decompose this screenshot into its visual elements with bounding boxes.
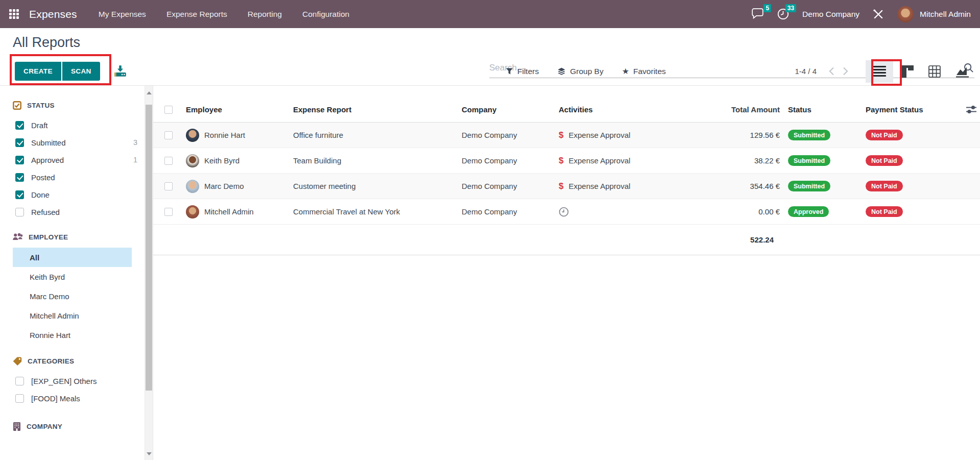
- employee-filter-keith-byrd[interactable]: Keith Byrd: [13, 267, 132, 286]
- activity-label: Expense Approval: [568, 131, 630, 139]
- activity-clock-icon[interactable]: [559, 207, 569, 217]
- status-filter-posted[interactable]: Posted: [0, 168, 145, 186]
- row-checkbox[interactable]: [164, 182, 173, 190]
- apps-grid-icon[interactable]: [9, 9, 19, 19]
- filters-button[interactable]: Filters: [506, 67, 539, 76]
- create-button[interactable]: CREATE: [15, 62, 61, 81]
- group-by-button[interactable]: Group By: [557, 67, 603, 76]
- checkbox-unchecked-icon[interactable]: [15, 394, 24, 403]
- checkbox-checked-icon[interactable]: [15, 173, 24, 182]
- menu-configuration[interactable]: Configuration: [302, 10, 349, 19]
- checkbox-unchecked-icon[interactable]: [15, 208, 24, 216]
- status-badge: Submitted: [788, 181, 830, 191]
- employee-section-header: EMPLOYEE: [0, 233, 145, 241]
- menu-my-expenses[interactable]: My Expenses: [99, 10, 146, 19]
- status-count: 1: [133, 156, 137, 164]
- export-button[interactable]: [113, 65, 127, 78]
- status-checkbox-icon: [13, 101, 21, 110]
- total-amount: 129.56 €: [712, 131, 781, 139]
- column-settings-button[interactable]: [965, 105, 980, 114]
- employee-filter-all[interactable]: All: [13, 248, 132, 267]
- filter-sidebar: STATUS Draft Submitted 3 Approved 1: [0, 86, 145, 460]
- employee-filter-marc-demo[interactable]: Marc Demo: [13, 286, 132, 306]
- kanban-view-icon: [901, 65, 914, 78]
- row-checkbox[interactable]: [164, 131, 173, 139]
- scroll-down-arrow[interactable]: [145, 450, 153, 458]
- status-badge: Submitted: [788, 155, 830, 166]
- employee-filter-mitchell-admin[interactable]: Mitchell Admin: [13, 306, 132, 325]
- company-switcher[interactable]: Demo Company: [802, 10, 859, 19]
- app-name[interactable]: Expenses: [29, 8, 77, 20]
- scroll-up-arrow[interactable]: [145, 89, 153, 97]
- company-name: Demo Company: [462, 182, 554, 190]
- status-badge: Submitted: [788, 130, 830, 140]
- status-filter-submitted[interactable]: Submitted 3: [0, 134, 145, 151]
- user-avatar[interactable]: [897, 6, 914, 22]
- col-status[interactable]: Status: [781, 105, 863, 114]
- status-filter-done[interactable]: Done: [0, 186, 145, 203]
- employee-filter-ronnie-hart[interactable]: Ronnie Hart: [13, 325, 132, 345]
- expenses-app-window: Expenses My Expenses Expense Reports Rep…: [0, 0, 980, 460]
- activity-dollar-icon[interactable]: $: [559, 130, 563, 140]
- col-total-amount[interactable]: Total Amount: [712, 105, 781, 114]
- activity-dollar-icon[interactable]: $: [559, 181, 563, 191]
- developer-tools-button[interactable]: [873, 9, 884, 20]
- scrollbar-thumb[interactable]: [146, 105, 152, 391]
- checkbox-unchecked-icon[interactable]: [15, 377, 24, 385]
- checkbox-checked-icon[interactable]: [15, 138, 24, 147]
- total-amount: 354.46 €: [712, 182, 781, 190]
- messages-count-badge: 5: [763, 4, 771, 12]
- status-filter-draft[interactable]: Draft: [0, 116, 145, 134]
- employee-section: EMPLOYEE All Keith Byrd Marc Demo Mitche…: [0, 233, 145, 345]
- favorites-button[interactable]: ★ Favorites: [622, 66, 666, 76]
- table-row[interactable]: Mitchell Admin Commercial Travel at New …: [153, 199, 980, 225]
- col-employee[interactable]: Employee: [186, 105, 293, 114]
- tools-icon: [873, 9, 884, 20]
- messages-button[interactable]: 5: [751, 8, 764, 20]
- col-payment-status[interactable]: Payment Status: [863, 105, 965, 114]
- status-filter-approved[interactable]: Approved 1: [0, 151, 145, 168]
- col-activities[interactable]: Activities: [554, 105, 712, 114]
- report-name: Team Building: [293, 156, 462, 165]
- scan-button[interactable]: SCAN: [62, 62, 100, 81]
- avatar: [186, 154, 199, 167]
- checkbox-checked-icon[interactable]: [15, 190, 24, 199]
- table-row[interactable]: Keith Byrd Team Building Demo Company $E…: [153, 148, 980, 174]
- favorites-star-icon: ★: [622, 66, 629, 76]
- status-filter-refused[interactable]: Refused: [0, 203, 145, 221]
- menu-reporting[interactable]: Reporting: [248, 10, 282, 19]
- employee-name: Mitchell Admin: [204, 207, 254, 216]
- activities-count-badge: 33: [785, 4, 796, 12]
- col-expense-report[interactable]: Expense Report: [293, 105, 462, 114]
- company-name: Demo Company: [462, 207, 554, 216]
- export-icon: [113, 65, 127, 78]
- checkbox-checked-icon[interactable]: [15, 121, 24, 130]
- group-by-layers-icon: [557, 67, 566, 76]
- category-filter-exp-gen-others[interactable]: [EXP_GEN] Others: [0, 372, 145, 390]
- activities-button[interactable]: 33: [777, 8, 789, 20]
- kanban-view-button[interactable]: [893, 60, 921, 83]
- table-header-row: Employee Expense Report Company Activiti…: [153, 97, 980, 123]
- pager-next-button[interactable]: [839, 65, 852, 78]
- list-view-button[interactable]: [866, 60, 893, 83]
- table-row[interactable]: Ronnie Hart Office furniture Demo Compan…: [153, 123, 980, 148]
- row-checkbox[interactable]: [164, 157, 173, 165]
- graph-view-button[interactable]: [948, 60, 976, 83]
- table-row[interactable]: Marc Demo Customer meeting Demo Company …: [153, 174, 980, 199]
- col-company[interactable]: Company: [462, 105, 554, 114]
- pager-previous-button[interactable]: [825, 65, 839, 78]
- pager-range: 1-4 / 4: [795, 67, 817, 76]
- row-checkbox[interactable]: [164, 208, 173, 216]
- page-title: All Reports: [13, 35, 80, 51]
- pivot-view-button[interactable]: [921, 60, 948, 83]
- menu-expense-reports[interactable]: Expense Reports: [166, 10, 227, 19]
- category-filter-food-meals[interactable]: [FOOD] Meals: [0, 390, 145, 407]
- categories-tag-icon: [13, 357, 22, 366]
- sidebar-scrollbar[interactable]: [145, 86, 153, 460]
- list-view-icon: [873, 66, 886, 77]
- checkbox-checked-icon[interactable]: [15, 156, 24, 164]
- user-name[interactable]: Mitchell Admin: [920, 10, 971, 19]
- select-all-checkbox[interactable]: [164, 106, 173, 114]
- activity-dollar-icon[interactable]: $: [559, 156, 563, 166]
- status-count: 3: [133, 138, 137, 147]
